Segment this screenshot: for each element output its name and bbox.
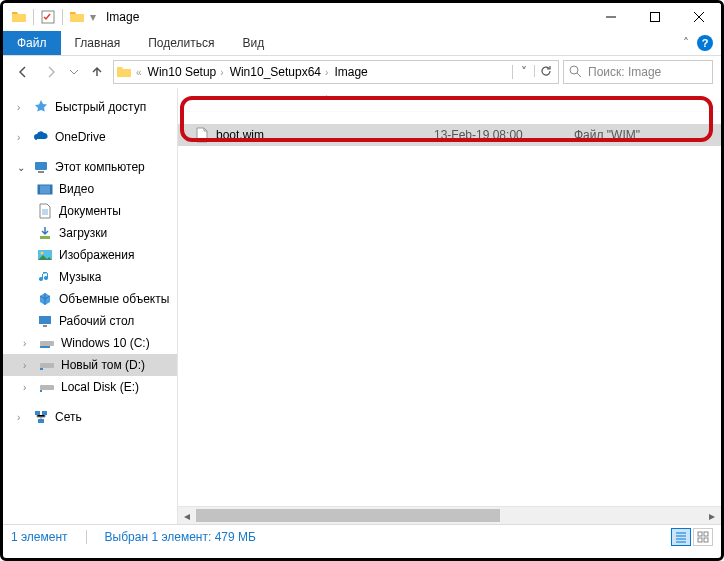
file-type: Файл "WIM": [574, 128, 640, 142]
svg-rect-6: [38, 185, 40, 194]
svg-rect-15: [40, 363, 54, 368]
svg-rect-8: [40, 236, 50, 239]
file-icon: [194, 127, 210, 143]
sidebar-item-music[interactable]: Музыка: [3, 266, 177, 288]
navigation-pane: › Быстрый доступ › OneDrive ⌄ Этот компь…: [3, 88, 178, 524]
sidebar-item-3d[interactable]: Объемные объекты: [3, 288, 177, 310]
minimize-button[interactable]: [589, 3, 633, 31]
folder-icon: [11, 9, 27, 25]
svg-rect-17: [40, 385, 54, 390]
svg-rect-12: [43, 325, 47, 327]
video-icon: [37, 181, 53, 197]
pc-icon: [33, 159, 49, 175]
maximize-button[interactable]: [633, 3, 677, 31]
window-title: Image: [106, 10, 139, 24]
file-name: boot.wim: [216, 128, 264, 142]
thumbnails-view-button[interactable]: [693, 528, 713, 546]
file-explorer-window: ▾ Image Файл Главная Поделиться Вид ˄ ?: [0, 0, 724, 561]
pictures-icon: [37, 247, 53, 263]
up-button[interactable]: [85, 60, 109, 84]
sidebar-item-drive-e[interactable]: › Local Disk (E:): [3, 376, 177, 398]
document-icon: [37, 203, 53, 219]
close-button[interactable]: [677, 3, 721, 31]
file-list: ˄ boot.wim 13-Feb-19 08:00 Файл "WIM" ◂ …: [178, 88, 721, 524]
collapse-ribbon-icon[interactable]: ˄: [683, 36, 689, 50]
svg-rect-11: [39, 316, 51, 324]
svg-rect-1: [651, 13, 660, 22]
column-headers[interactable]: ˄: [178, 88, 721, 112]
cloud-icon: [33, 129, 49, 145]
drive-icon: [39, 379, 55, 395]
svg-rect-23: [704, 532, 708, 536]
search-input[interactable]: Поиск: Image: [563, 60, 713, 84]
details-view-button[interactable]: [671, 528, 691, 546]
star-icon: [33, 99, 49, 115]
sidebar-item-videos[interactable]: Видео: [3, 178, 177, 200]
svg-rect-3: [35, 162, 47, 170]
svg-rect-5: [38, 185, 52, 194]
scrollbar-thumb[interactable]: [196, 509, 500, 522]
refresh-button[interactable]: [534, 65, 556, 77]
horizontal-scrollbar[interactable]: ◂ ▸: [178, 506, 721, 524]
main-area: › Быстрый доступ › OneDrive ⌄ Этот компь…: [3, 88, 721, 524]
svg-rect-18: [40, 390, 42, 392]
status-bar: 1 элемент Выбран 1 элемент: 479 МБ: [3, 524, 721, 548]
svg-rect-13: [40, 341, 54, 346]
sidebar-onedrive[interactable]: › OneDrive: [3, 126, 177, 148]
help-icon[interactable]: ?: [697, 35, 713, 51]
svg-rect-4: [38, 171, 44, 173]
sidebar-item-pictures[interactable]: Изображения: [3, 244, 177, 266]
drive-icon: [39, 335, 55, 351]
file-tab[interactable]: Файл: [3, 31, 61, 55]
details-view-icon: [675, 531, 687, 543]
recent-locations-button[interactable]: [67, 60, 81, 84]
properties-icon[interactable]: [40, 9, 56, 25]
crumb-label[interactable]: Win10_Setupx64: [230, 65, 321, 79]
ribbon: Файл Главная Поделиться Вид ˄ ?: [3, 31, 721, 56]
folder-icon: [116, 64, 132, 80]
svg-rect-7: [50, 185, 52, 194]
forward-button[interactable]: [39, 60, 63, 84]
sort-indicator-icon: ˄: [324, 94, 329, 105]
sidebar-quick-access[interactable]: › Быстрый доступ: [3, 96, 177, 118]
table-row[interactable]: boot.wim 13-Feb-19 08:00 Файл "WIM": [178, 124, 721, 146]
scroll-right-icon[interactable]: ▸: [703, 509, 721, 523]
folder-icon[interactable]: [69, 9, 85, 25]
status-selection: Выбран 1 элемент: 479 МБ: [105, 530, 256, 544]
search-placeholder: Поиск: Image: [588, 65, 661, 79]
file-date: 13-Feb-19 08:00: [434, 128, 574, 142]
tab-home[interactable]: Главная: [61, 31, 135, 55]
qat-overflow-icon[interactable]: ▾: [90, 10, 96, 24]
back-button[interactable]: [11, 60, 35, 84]
svg-rect-21: [38, 419, 44, 423]
title-bar: ▾ Image: [3, 3, 721, 31]
search-icon: [568, 64, 584, 80]
sidebar-item-desktop[interactable]: Рабочий стол: [3, 310, 177, 332]
sidebar-item-documents[interactable]: Документы: [3, 200, 177, 222]
svg-rect-20: [42, 411, 47, 415]
sidebar-item-downloads[interactable]: Загрузки: [3, 222, 177, 244]
thumbnails-view-icon: [697, 531, 709, 543]
breadcrumb[interactable]: « Win10 Setup› Win10_Setupx64› Image ˅: [113, 60, 559, 84]
svg-point-2: [570, 66, 578, 74]
desktop-icon: [37, 313, 53, 329]
svg-point-10: [41, 252, 44, 255]
svg-rect-19: [35, 411, 40, 415]
sidebar-item-drive-d[interactable]: › Новый том (D:): [3, 354, 177, 376]
crumb-label[interactable]: Image: [334, 65, 367, 79]
crumb-label[interactable]: Win10 Setup: [148, 65, 217, 79]
drive-icon: [39, 357, 55, 373]
scroll-left-icon[interactable]: ◂: [178, 509, 196, 523]
network-icon: [33, 409, 49, 425]
sidebar-item-drive-c[interactable]: › Windows 10 (C:): [3, 332, 177, 354]
history-dropdown-icon[interactable]: ˅: [512, 65, 534, 79]
sidebar-this-pc[interactable]: ⌄ Этот компьютер: [3, 156, 177, 178]
svg-rect-16: [40, 368, 43, 370]
cube-icon: [37, 291, 53, 307]
tab-view[interactable]: Вид: [228, 31, 278, 55]
download-icon: [37, 225, 53, 241]
svg-rect-24: [698, 538, 702, 542]
sidebar-network[interactable]: › Сеть: [3, 406, 177, 428]
status-item-count: 1 элемент: [11, 530, 68, 544]
tab-share[interactable]: Поделиться: [134, 31, 228, 55]
